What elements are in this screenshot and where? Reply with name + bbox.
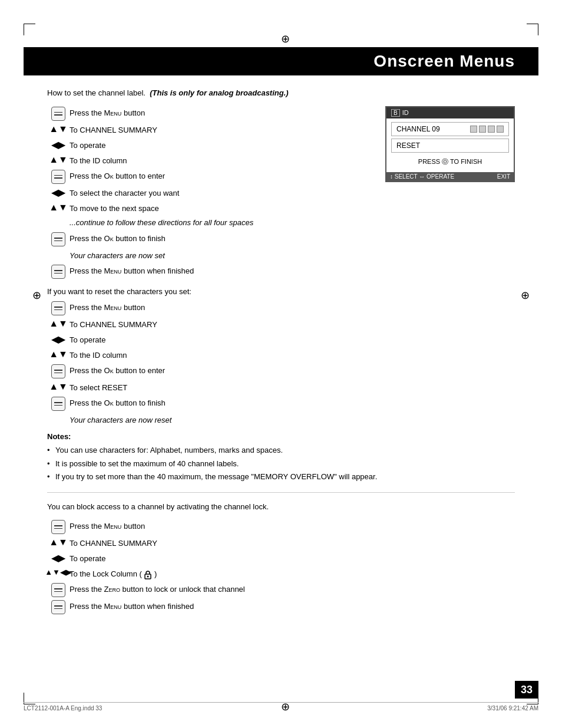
- menu-icon-r1: [47, 301, 70, 315]
- section1b: If you want to reset the characters you …: [47, 287, 515, 426]
- lr-arrow-l1: ◀▶: [47, 552, 70, 564]
- instruction-table: Press the Menu button ▲▼ To CHANNEL SUMM…: [47, 106, 373, 282]
- step-5: Press the Ok button to enter: [47, 169, 373, 184]
- step-9: Press the Menu button when finished: [47, 264, 373, 279]
- lr-arrow-icon-2: ◀▶: [47, 186, 70, 198]
- notes-list: You can use characters for: Alphabet, nu…: [47, 444, 515, 483]
- step-8: Press the Ok button to finish: [47, 232, 373, 246]
- notes-title: Notes:: [47, 432, 515, 441]
- ud-arrow-icon-1: ▲▼: [47, 123, 70, 134]
- step-3: ◀▶ To operate: [47, 139, 373, 151]
- reset-step-4: ▲▼ To the ID column: [47, 348, 515, 361]
- instruction-section: Press the Menu button ▲▼ To CHANNEL SUMM…: [47, 106, 515, 282]
- note-item-1: You can use characters for: Alphabet, nu…: [47, 444, 515, 456]
- spacer-1: [47, 249, 70, 249]
- lock-step-6: Press the Menu button when finished: [47, 599, 515, 614]
- screen-body: CHANNEL 09 RESET PRESS Ⓞ TO FINISH: [386, 118, 514, 172]
- reset-intro: If you want to reset the characters you …: [47, 287, 515, 296]
- ud-arrow-r3: ▲▼: [47, 381, 70, 392]
- reset-step-7: Press the Ok button to finish: [47, 396, 515, 411]
- reset-step-2: ▲▼ To CHANNEL SUMMARY: [47, 318, 515, 331]
- menu-icon-r2: [47, 364, 70, 378]
- footer-right: 3/31/06 9:21:42 AM: [487, 705, 538, 711]
- lock-step-5: Press the Zero button to lock or unlock …: [47, 582, 515, 597]
- divider: [47, 492, 515, 493]
- step-2: ▲▼ To CHANNEL SUMMARY: [47, 123, 373, 136]
- screen-squares: [470, 126, 504, 133]
- reset-step-1: Press the Menu button: [47, 301, 515, 315]
- step-6: ◀▶ To select the character you want: [47, 186, 373, 199]
- menu-icon-3: [47, 232, 70, 246]
- reg-mark-right: ⊕: [521, 289, 530, 302]
- corner-mark-tl: [24, 24, 35, 35]
- menu-icon-2: [47, 169, 70, 184]
- screen-mockup: B ID CHANNEL 09 RESET PRESS Ⓞ TO FINISH: [385, 106, 515, 182]
- channel-lock-intro: You can block access to a channel by act…: [47, 501, 515, 513]
- ud-arrow-icon-3: ▲▼: [47, 202, 70, 213]
- page-footer: LCT2112-001A-A Eng.indd 33 3/31/06 9:21:…: [24, 702, 538, 711]
- reset-step-6: ▲▼ To select RESET: [47, 381, 515, 394]
- note-item-2: It is possible to set the maximum of 40 …: [47, 458, 515, 470]
- reg-mark-top: ⊕: [281, 32, 290, 45]
- screen-press-text: PRESS Ⓞ TO FINISH: [391, 157, 509, 166]
- note-item-3: If you try to set more than the 40 maxim…: [47, 471, 515, 483]
- italic-note-1: Your characters are now set: [47, 249, 373, 262]
- step-4: ▲▼ To the ID column: [47, 154, 373, 167]
- screen-title-bar: B ID: [386, 107, 514, 118]
- reset-italic: Your characters are now reset: [47, 413, 515, 426]
- screen-channel-row: CHANNEL 09: [391, 122, 509, 136]
- menu-icon-1: [47, 106, 70, 121]
- screen-footer: ↕ SELECT ↔ OPERATE EXIT: [386, 172, 514, 181]
- menu-icon-l2: [47, 582, 70, 597]
- menu-icon-r3: [47, 396, 70, 411]
- lock-step-1: Press the Menu button: [47, 519, 515, 534]
- lr-arrow-r1: ◀▶: [47, 333, 70, 345]
- spacer-r1: [47, 413, 70, 414]
- reg-mark-left: ⊕: [32, 289, 41, 302]
- lock-step-2: ▲▼ To CHANNEL SUMMARY: [47, 536, 515, 549]
- ud-arrow-icon-2: ▲▼: [47, 154, 70, 165]
- ud-arrow-l1: ▲▼: [47, 536, 70, 548]
- page-title: Onscreen Menus: [24, 52, 515, 71]
- reset-step-5: Press the Ok button to enter: [47, 364, 515, 378]
- page-number: 33: [515, 681, 538, 699]
- reset-step-3: ◀▶ To operate: [47, 333, 515, 346]
- lr-arrow-icon-1: ◀▶: [47, 139, 70, 150]
- ud-arrow-r1: ▲▼: [47, 318, 70, 329]
- screen-reset-row: RESET: [391, 139, 509, 153]
- svg-point-1: [147, 575, 149, 577]
- step-1: Press the Menu button: [47, 106, 373, 121]
- notes-section: Notes: You can use characters for: Alpha…: [47, 432, 515, 483]
- lock-step-3: ◀▶ To operate: [47, 552, 515, 565]
- menu-icon-l1: [47, 519, 70, 534]
- main-content: How to set the channel label. (This is o…: [47, 87, 515, 614]
- section1-intro: How to set the channel label. (This is o…: [47, 87, 515, 99]
- ud-arrow-r2: ▲▼: [47, 348, 70, 360]
- menu-icon-4: [47, 264, 70, 279]
- continuation-text: ...continue to follow these directions f…: [70, 217, 373, 229]
- corner-mark-tr: [527, 24, 538, 35]
- udlr-arrow-l1: ▲▼◀▶: [47, 567, 70, 577]
- title-bar: Onscreen Menus: [24, 47, 538, 75]
- lock-icon: [144, 570, 152, 579]
- lock-step-4: ▲▼◀▶ To the Lock Column ( ): [47, 567, 515, 580]
- menu-icon-l3: [47, 599, 70, 614]
- step-7: ▲▼ To move to the next space: [47, 202, 373, 215]
- footer-left: LCT2112-001A-A Eng.indd 33: [24, 705, 102, 711]
